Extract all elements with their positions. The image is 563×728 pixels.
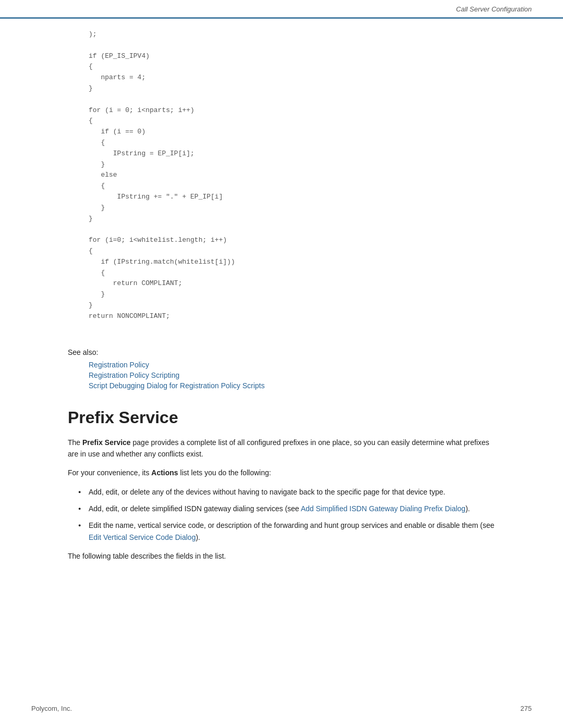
see-also-link-registration-policy-scripting[interactable]: Registration Policy Scripting xyxy=(89,371,495,379)
list-item-3-text-before: Edit the name, vertical service code, or… xyxy=(89,521,494,529)
page-header: Call Server Configuration xyxy=(0,0,563,19)
page-footer: Polycom, Inc. 275 xyxy=(0,704,563,712)
see-also-section: See also: Registration Policy Registrati… xyxy=(68,348,495,390)
see-also-link-script-debugging[interactable]: Script Debugging Dialog for Registration… xyxy=(89,381,495,390)
see-also-label: See also: xyxy=(68,348,495,356)
page-container: Call Server Configuration ); if (EP_IS_I… xyxy=(0,0,563,728)
list-item-3: Edit the name, vertical service code, or… xyxy=(78,520,495,543)
footer-company: Polycom, Inc. xyxy=(31,705,72,712)
code-block: ); if (EP_IS_IPV4) { nparts = 4; } for (… xyxy=(68,29,495,332)
footer-page: 275 xyxy=(520,705,532,712)
para2-text: list lets you do the following: xyxy=(180,468,271,477)
footer-divider-left: Polycom, Inc. xyxy=(31,704,72,712)
see-also-links: Registration Policy Registration Policy … xyxy=(68,361,495,390)
list-item-2-link[interactable]: Add Simplified ISDN Gateway Dialing Pref… xyxy=(301,504,466,513)
main-content: ); if (EP_IS_IPV4) { nparts = 4; } for (… xyxy=(0,19,563,601)
section-heading: Prefix Service xyxy=(68,408,495,427)
list-item-2: Add, edit, or delete simplified ISDN gat… xyxy=(78,503,495,514)
list-item-2-text-before: Add, edit, or delete simplified ISDN gat… xyxy=(89,504,301,513)
see-also-link-registration-policy[interactable]: Registration Policy xyxy=(89,361,495,369)
body-para-3: The following table describes the fields… xyxy=(68,550,495,562)
list-item-3-link[interactable]: Edit Vertical Service Code Dialog xyxy=(89,533,195,541)
footer-page-number: 275 xyxy=(520,704,532,712)
bold-prefix-service: Prefix Service xyxy=(82,438,131,447)
body-para-2: For your convenience, its Actions list l… xyxy=(68,467,495,478)
list-item-3-text-after: ). xyxy=(195,533,200,541)
body-para-1: The Prefix Service page provides a compl… xyxy=(68,437,495,460)
header-title: Call Server Configuration xyxy=(456,5,532,13)
list-item-1-text: Add, edit, or delete any of the devices … xyxy=(89,488,445,496)
list-item-1: Add, edit, or delete any of the devices … xyxy=(78,486,495,498)
bold-actions: Actions xyxy=(151,468,178,477)
list-item-2-text-after: ). xyxy=(466,504,470,513)
bullet-list: Add, edit, or delete any of the devices … xyxy=(68,486,495,544)
para1-text: page provides a complete list of all con… xyxy=(68,438,489,458)
